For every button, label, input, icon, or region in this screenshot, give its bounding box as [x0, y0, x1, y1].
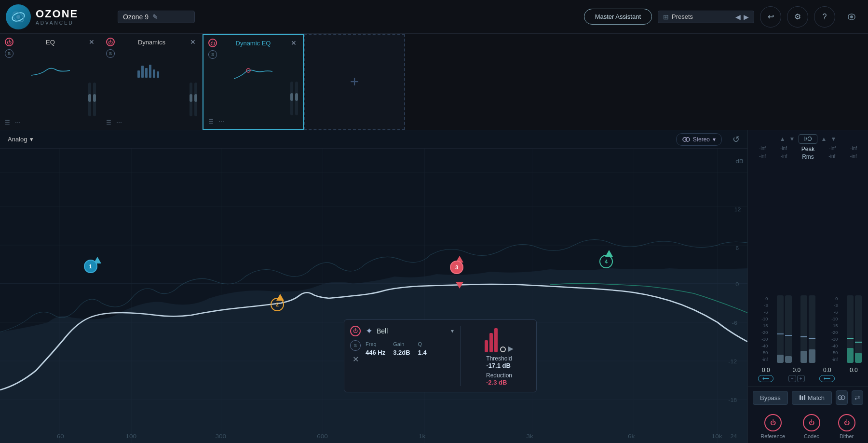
threshold-bar-3 [494, 328, 498, 352]
codec-module-item[interactable]: ⏻ Codec [803, 414, 820, 439]
help-button[interactable]: ? [814, 6, 835, 28]
meter-fill-output-r [855, 353, 862, 363]
menu-icon-dynamic-eq[interactable]: ☰ [208, 118, 214, 125]
scale-20: -20 [754, 330, 768, 335]
module-power-dynamic-eq[interactable]: ⏻ [208, 39, 217, 47]
preset-next-icon[interactable]: ▶ [744, 13, 749, 21]
module-close-eq[interactable]: ✕ [87, 38, 96, 46]
grid-icon-eq[interactable]: ⋯ [15, 119, 21, 126]
module-power-dynamics[interactable]: ⏻ [106, 38, 115, 46]
meter-rms-val-2: -inf [781, 153, 787, 160]
fader-track-eq-1[interactable] [88, 83, 91, 116]
reference-module-item[interactable]: ⏻ Reference [760, 414, 785, 439]
meter-collapse-dn-icon[interactable]: ▼ [789, 136, 795, 142]
analog-mode-selector[interactable]: Analog ▾ [8, 136, 33, 143]
node-3-label: 3 [455, 264, 458, 270]
bell-filter-icon: ✦ [366, 326, 373, 336]
popup-power-button[interactable]: ⏻ [350, 326, 361, 336]
scale-r-0: 0 [824, 296, 838, 301]
logo-ozone: OZONE [36, 8, 78, 20]
bypass-button[interactable]: Bypass [753, 391, 788, 405]
scale-r-50: -50 [824, 350, 838, 355]
fader-track-dyn-1[interactable] [190, 83, 192, 116]
meter-collapse2-dn-icon[interactable]: ▼ [830, 136, 836, 142]
match-button[interactable]: Match [792, 391, 832, 405]
module-strip: ⏻ EQ ✕ S ☰ ⋯ ⏻ Dynamics ✕ [0, 34, 868, 130]
arrows-icon-button[interactable]: ⇄ [852, 390, 863, 405]
svg-point-48 [841, 396, 845, 400]
scale-r-10: -10 [824, 317, 838, 321]
scale-15: -15 [754, 323, 768, 328]
popup-q-col: Q 1.4 [418, 341, 427, 356]
popup-solo-button[interactable]: S [350, 340, 361, 351]
meter-group-mid [800, 295, 815, 363]
preset-name: Ozone 9 [123, 13, 149, 21]
meter-expand-up-icon[interactable]: ▲ [780, 136, 786, 142]
menu-icon-eq[interactable]: ☰ [5, 119, 10, 126]
meter-expand2-up-icon[interactable]: ▲ [821, 136, 827, 142]
gain-plus-btn[interactable]: + [797, 375, 805, 382]
module-solo-dynamic-eq[interactable]: S [208, 50, 217, 59]
gain-val-3: 0.0 [823, 367, 831, 374]
preset-prev-icon[interactable]: ◀ [735, 13, 741, 21]
meter-fill-input-r [785, 356, 792, 363]
eq-node-1[interactable]: 1 [84, 260, 97, 273]
module-solo-eq[interactable]: S [5, 49, 14, 58]
fader-track-deq-2[interactable] [295, 82, 298, 115]
svg-text:3k: 3k [526, 433, 533, 439]
io-button[interactable]: I/O [799, 134, 817, 144]
fader-track-dyn-2[interactable] [194, 83, 197, 116]
threshold-expand-arrow[interactable]: ▶ [508, 345, 514, 352]
meter-track-mid-r [809, 295, 815, 363]
scale-r-40: -40 [824, 344, 838, 348]
stereo-selector[interactable]: Stereo ▾ [676, 133, 722, 146]
svg-text:60: 60 [57, 433, 64, 439]
eq-popup: ⏻ S ✕ ✦ Bell ▾ Freq 446 Hz [344, 319, 537, 392]
dither-module-item[interactable]: ⏻ Dither [838, 414, 855, 439]
undo-button[interactable]: ↩ [760, 6, 781, 28]
module-power-eq[interactable]: ⏻ [5, 38, 14, 46]
eq-grid-svg: dB 12 6 0 -6 -12 -18 -24 60 100 300 600 … [0, 149, 747, 443]
edit-preset-icon[interactable]: ✎ [152, 13, 158, 21]
gain-minus-btn[interactable]: − [788, 375, 796, 382]
node-3-arrow-down[interactable] [456, 282, 463, 289]
gain-link-3[interactable]: ⟵ [819, 375, 835, 382]
help-icon: ? [823, 13, 827, 21]
grid-icon-dynamics[interactable]: ⋯ [116, 119, 122, 126]
gain-link-1[interactable]: ⟵ [758, 375, 773, 382]
eq-popup-left: ⏻ S ✕ [350, 326, 361, 386]
audio-icon[interactable] [841, 6, 862, 28]
meter-track-output-l [847, 295, 854, 363]
fader-track-deq-1[interactable] [290, 82, 293, 115]
module-top-dynamics: ⏻ Dynamics ✕ [106, 38, 197, 46]
presets-label: Presets [672, 13, 693, 20]
settings-button[interactable]: ⚙ [787, 6, 808, 28]
svg-point-3 [850, 15, 853, 18]
eq-node-2[interactable]: 2 [271, 298, 284, 311]
scale-30: -30 [754, 337, 768, 342]
master-assistant-button[interactable]: Master Assistant [584, 9, 652, 25]
scale-r-6: -6 [824, 310, 838, 315]
grid-icon-dynamic-eq[interactable]: ⋯ [218, 118, 224, 125]
bell-dropdown-arrow[interactable]: ▾ [451, 328, 454, 334]
threshold-knob[interactable] [500, 346, 506, 352]
eq-node-3[interactable]: 3 [450, 261, 463, 274]
presets-selector[interactable]: ⊞ Presets ◀ ▶ [658, 11, 754, 23]
scale-0: 0 [754, 296, 768, 301]
add-module-card[interactable]: + [304, 34, 405, 130]
module-close-dynamic-eq[interactable]: ✕ [289, 39, 298, 47]
right-panel: ▲ ▼ I/O ▲ ▼ -inf -inf Peak -inf -inf -in… [747, 130, 868, 443]
link-icon-button[interactable] [836, 390, 847, 405]
fader-track-eq-2[interactable] [93, 83, 96, 116]
eq-node-4[interactable]: 4 [599, 255, 613, 268]
module-solo-dynamics[interactable]: S [106, 49, 115, 58]
power-icon-eq: ⏻ [7, 40, 12, 45]
popup-close-button[interactable]: ✕ [353, 355, 359, 364]
menu-icon-dynamics[interactable]: ☰ [106, 119, 111, 126]
preset-selector[interactable]: Ozone 9 ✎ [118, 11, 195, 23]
meter-inf-label-3: -inf [829, 146, 836, 152]
module-close-dynamics[interactable]: ✕ [189, 38, 197, 46]
module-icons-dynamics: S [106, 49, 197, 58]
eq-reset-icon[interactable]: ↺ [732, 134, 740, 145]
bottom-modules: ⏻ Reference ⏻ Codec ⏻ Dither [748, 409, 868, 443]
